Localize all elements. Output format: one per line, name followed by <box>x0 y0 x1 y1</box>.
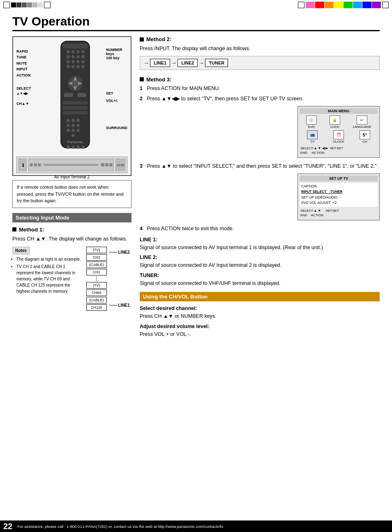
line1-desc-label: LINE 1: <box>140 237 157 243</box>
main-menu-icons: 💿 DVD 🔒 LOCK ↩ LANGUAGE <box>300 116 378 129</box>
tuner-desc: TUNER: Signal of source connected to VHF… <box>140 272 380 287</box>
line1-desc-text: Signal of source connected to AV Input t… <box>140 245 323 250</box>
line1-desc: LINE 1: Signal of source connected to AV… <box>140 236 380 252</box>
method2-bullet <box>140 37 144 42</box>
swatch-orange <box>325 2 334 8</box>
menu-clock-icon: ⏰ <box>333 130 344 139</box>
svg-rect-25 <box>77 93 86 97</box>
setup-menu-items: CAPTION INPUT SELECT :TUNER SET UP VIDEO… <box>300 183 378 207</box>
svg-point-29 <box>67 119 70 122</box>
step3: 3 Press ▲▼ to select "INPUT SELECT," and… <box>140 163 380 170</box>
svg-point-41 <box>71 146 75 149</box>
line2-desc-label: LINE 2: <box>140 254 157 260</box>
main-menu-screenshot: MAIN MENU 💿 DVD 🔒 LOCK ↩ LANGUAGE <box>297 106 380 158</box>
flow-arrow-2: → <box>198 60 204 66</box>
step1: 1 Press ACTION for MAIN MENU. <box>140 85 380 93</box>
mute-label: MUTE <box>16 60 31 66</box>
setup-caption: CAPTION <box>301 184 376 190</box>
svg-point-12 <box>76 60 80 63</box>
swatch-pink <box>306 2 315 8</box>
menu-language-icon: ↩ <box>357 116 367 125</box>
setup-tv-screenshot: SET UP TV CAPTION INPUT SELECT :TUNER SE… <box>297 173 380 221</box>
line2-desc-text: Signal of source connected to AV Input t… <box>140 262 281 268</box>
main-menu-bottom: SELECT:▲ ▼ ◀ ▶ SET:SETEND :ACTION <box>300 145 378 156</box>
select-label: SELECT <box>16 86 31 91</box>
flow-arrow-1: → <box>171 60 177 66</box>
swatch-blue <box>362 2 371 8</box>
flow-line2: LINE2 <box>178 59 198 67</box>
setup-dvd-vol: DVD VOL ADJUST :+2 <box>301 200 376 206</box>
menu-lock-item: 🔒 LOCK <box>330 116 340 129</box>
menu-lock-label: LOCK <box>330 125 339 129</box>
svg-point-11 <box>71 60 75 63</box>
av-input-label: AV Input Terminal 2 <box>16 175 127 179</box>
notes-section: Notes The diagram at right is an example… <box>12 247 82 311</box>
svg-text:Panasonic: Panasonic <box>67 140 83 144</box>
step1-text: Press ACTION for MAIN MENU. <box>147 86 220 91</box>
ch-label: CH▲▼ <box>16 101 31 106</box>
adjust-volume-section: Adjust desired volume level: Press VOL +… <box>140 323 380 338</box>
select-channel-label: Select desired channel: <box>140 305 197 311</box>
color-light <box>27 2 32 7</box>
flow-line1: LINE1 <box>150 59 170 67</box>
method3-section: Method 3: 1 Press ACTION for MAIN MENU. … <box>140 76 380 338</box>
page-number: 22 <box>3 522 12 531</box>
step3-num: 3 <box>140 163 143 169</box>
ch-box-cable: (CABLE) <box>86 261 107 268</box>
swatch-cyan <box>353 2 362 8</box>
tune-label: TUNE <box>16 54 31 60</box>
line-descriptions: LINE 1: Signal of source connected to AV… <box>140 236 380 287</box>
svg-point-2 <box>67 50 70 53</box>
menu-tv-icon: 📺 <box>307 130 318 139</box>
swatch-purple <box>372 2 381 8</box>
menu-language-label: LANGUAGE <box>353 125 371 129</box>
setup-video-audio: SET UP VIDEO/AUDIO <box>301 195 376 201</box>
svg-point-10 <box>67 60 70 63</box>
key100-label: 100 key <box>106 56 127 60</box>
svg-point-36 <box>71 129 75 132</box>
ch-box-ch125: CH125 <box>86 304 107 311</box>
reg-mark-3 <box>298 2 304 8</box>
select-channel-section: Select desired channel: Press CH ▲▼ or N… <box>140 305 380 320</box>
setup-input-select: INPUT SELECT :TUNER <box>301 189 376 195</box>
line2-indicator: LINE2 <box>109 250 130 254</box>
svg-point-7 <box>71 55 75 58</box>
svg-point-32 <box>67 124 70 127</box>
method3-bullet <box>140 77 144 81</box>
svg-point-42 <box>76 146 80 149</box>
menu-dvd-icon: 💿 <box>306 116 317 125</box>
menu-clock-label: CLOCK <box>333 140 344 143</box>
svg-point-43 <box>81 146 85 149</box>
setup-tv-title: SET UP TV <box>300 176 378 181</box>
page-title: TV Operation <box>12 14 380 31</box>
line2-label: LINE2 <box>118 250 130 254</box>
svg-point-35 <box>67 129 70 132</box>
line1-indicator: LINE1 <box>109 303 130 308</box>
ch-connectors: LINE2 LINE1 <box>107 247 130 311</box>
note-item-2: TV CH 2 and CABLE CH 1 represent the low… <box>16 264 82 294</box>
notes-and-ch-diagram: Notes The diagram at right is an example… <box>12 247 131 311</box>
svg-point-34 <box>76 124 80 127</box>
svg-point-37 <box>76 129 80 132</box>
remote-illustration-box: RAPID TUNE MUTE INPUT ACTION SELECT ▲▼◀▶… <box>12 36 131 176</box>
notice-text: If a remote control button does not work… <box>17 185 124 203</box>
swatch-green <box>344 2 353 8</box>
menu-ch-item: 5³ CH <box>360 130 370 143</box>
method1-bullet <box>12 227 16 231</box>
svg-point-33 <box>71 124 75 127</box>
select-channel-text: Press CH ▲▼ or NUMBER keys. <box>140 313 217 319</box>
svg-point-16 <box>76 65 80 68</box>
svg-rect-28 <box>63 111 88 114</box>
setup-bottom: SELECT:▲ ▼ SET:SETEND :ACTION <box>300 208 378 218</box>
swatch-yellow <box>334 2 343 8</box>
selecting-input-mode-header: Selecting Input Mode <box>12 213 131 222</box>
step2-num: 2 <box>140 96 143 102</box>
method2-title: Method 2: <box>146 36 171 42</box>
ch-box-tv: (TV) <box>86 247 107 253</box>
reg-mark-2 <box>44 2 51 8</box>
input-label: INPUT <box>16 66 31 72</box>
method1-desc: Press CH ▲▼. The display will change as … <box>12 235 131 243</box>
step4: 4 Press ACTION twice to exit this mode. <box>140 225 380 233</box>
left-column: RAPID TUNE MUTE INPUT ACTION SELECT ▲▼◀▶… <box>12 36 131 340</box>
line1-label: LINE1 <box>118 303 130 308</box>
